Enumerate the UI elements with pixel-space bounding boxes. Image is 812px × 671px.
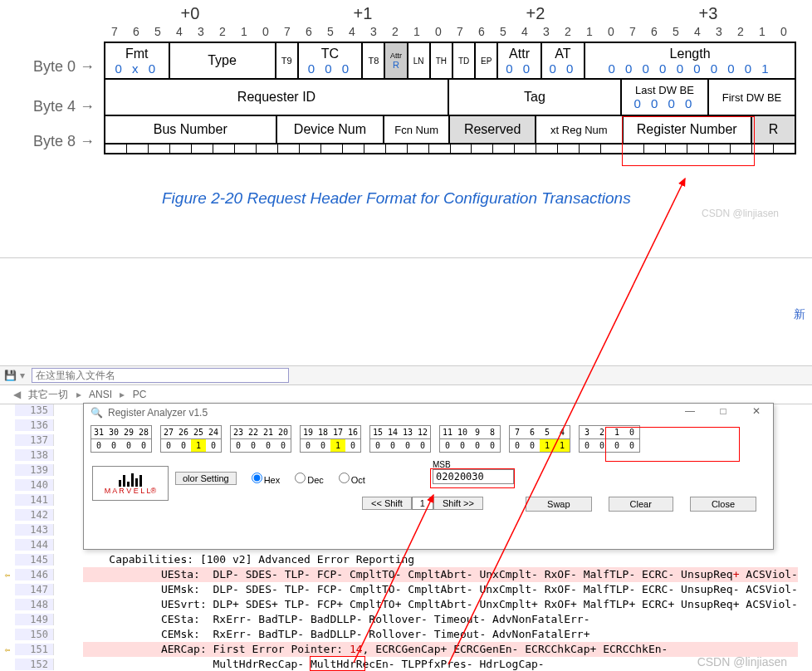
bit-15[interactable]: 150 [370, 426, 385, 452]
shift-right-button[interactable]: Shift >> [433, 497, 483, 510]
dropdown-icon[interactable]: ▾ [20, 370, 25, 381]
code-line: MultHdrRecCap- MultHdrRecEn- TLPPfxPres-… [83, 657, 798, 671]
bit-22[interactable]: 220 [246, 426, 261, 452]
color-setting-button[interactable]: olor Setting [175, 472, 237, 485]
bit-30[interactable]: 300 [106, 426, 121, 452]
figure-caption: Figure 2-20 Request Header Format for Co… [162, 189, 631, 208]
bit-group: 1101009080 [439, 425, 501, 453]
attr-r-label: Attr [390, 51, 402, 60]
radix-controls: olor Setting Hex Dec Oct [175, 472, 365, 485]
bit-header: 4 [687, 25, 708, 38]
byte0-label: Byte 0 → [33, 58, 95, 76]
tab-left-arrow[interactable]: ◀ [13, 389, 21, 400]
offset-1: +1 [276, 4, 449, 23]
bit-header: 2 [557, 25, 579, 38]
bit-header: 0 [600, 25, 622, 38]
bit-header: 5 [492, 25, 514, 38]
bit-18[interactable]: 180 [316, 426, 330, 452]
bit-29[interactable]: 290 [121, 426, 136, 452]
tab-pc[interactable]: PC [133, 389, 147, 400]
line-number: 140 [15, 479, 54, 491]
bit-14[interactable]: 140 [385, 426, 400, 452]
bit-header: 4 [341, 25, 363, 38]
offset-row: +0 +1 +2 +3 [104, 4, 795, 23]
bit-26[interactable]: 260 [176, 426, 191, 452]
bit-header: 7 [622, 25, 643, 38]
line-number: 139 [15, 464, 54, 476]
save-icon[interactable]: 💾 [4, 370, 17, 381]
bit-header: 6 [471, 25, 492, 38]
bit-12[interactable]: 120 [415, 426, 430, 452]
bit-28[interactable]: 280 [136, 426, 151, 452]
bit-6[interactable]: 60 [525, 426, 540, 452]
encoding-tabs: ◀ 其它一切 ▸ ANSI ▸ PC [0, 386, 812, 404]
line-number: 146 [15, 569, 54, 580]
line-number: 143 [15, 524, 54, 536]
shift-amount-input[interactable] [412, 497, 433, 510]
tab-ansi[interactable]: ANSI [89, 389, 112, 400]
firstdw-label: First DW BE [722, 91, 782, 104]
blue-cjk-char: 新 [794, 307, 805, 322]
oct-radio[interactable] [339, 473, 350, 483]
bit-3[interactable]: 30 [580, 426, 594, 452]
bit-23[interactable]: 230 [231, 426, 246, 452]
requester-id-label: Requester ID [237, 90, 316, 105]
line-number: 152 [15, 659, 54, 670]
bit-16[interactable]: 160 [345, 426, 360, 452]
attr-label: Attr [509, 47, 530, 61]
lastdw-vals: 0 0 0 0 [634, 96, 696, 110]
offset-2: +2 [449, 4, 622, 23]
tab-other[interactable]: 其它一切 [28, 389, 68, 400]
bit-header: 7 [276, 25, 298, 38]
shift-left-button[interactable]: << Shift [362, 497, 412, 510]
bit-8[interactable]: 80 [485, 426, 500, 452]
bit-group: 270260251240 [160, 425, 222, 453]
lastdw-label: Last DW BE [635, 84, 694, 96]
bit-header: 0 [255, 25, 276, 38]
bit-header: 6 [125, 25, 147, 38]
oct-text: Oct [351, 475, 365, 485]
line-number: 138 [15, 449, 54, 461]
bit-21[interactable]: 210 [261, 426, 276, 452]
swap-button[interactable]: Swap [526, 497, 592, 512]
bit-header: 3 [536, 25, 557, 38]
attr-r-sub: R [393, 60, 399, 70]
bit-7[interactable]: 70 [510, 426, 525, 452]
dec-radio-label[interactable]: Dec [288, 473, 324, 485]
offset-0: +0 [104, 4, 276, 23]
clear-button[interactable]: Clear [609, 497, 673, 512]
action-buttons: Swap Clear Close [526, 497, 756, 512]
bit-group: 190180171160 [300, 425, 361, 453]
oct-radio-label[interactable]: Oct [332, 473, 365, 485]
bit-5[interactable]: 51 [540, 426, 555, 452]
bit-20[interactable]: 200 [276, 426, 291, 452]
length-vals: 0 0 0 0 0 0 0 0 0 1 [609, 61, 772, 76]
bit-17[interactable]: 171 [330, 426, 345, 452]
td-label: TD [458, 56, 469, 66]
bit-24[interactable]: 240 [206, 426, 221, 452]
bit-4[interactable]: 41 [555, 426, 570, 452]
bit-19[interactable]: 190 [301, 426, 316, 452]
bit-25[interactable]: 251 [191, 426, 206, 452]
dec-radio[interactable] [295, 473, 306, 483]
code-line: CEMsk: RxErr- BadTLP- BadDLLP- Rollover-… [83, 627, 798, 642]
filename-input[interactable] [32, 368, 289, 383]
maximize-button[interactable]: □ [711, 405, 736, 417]
minimize-button[interactable]: — [677, 405, 702, 417]
close-x-button[interactable]: ✕ [744, 405, 769, 417]
hex-radio-label[interactable]: Hex [245, 473, 281, 485]
red-highlight-msb [430, 468, 515, 488]
bit-31[interactable]: 310 [91, 426, 106, 452]
bit-11[interactable]: 110 [440, 426, 455, 452]
watermark-bottom: CSDN @linjiasen [697, 655, 787, 669]
bit-9[interactable]: 90 [470, 426, 485, 452]
close-button[interactable]: Close [690, 497, 756, 512]
red-highlight-register-number [622, 116, 755, 166]
bit-10[interactable]: 100 [455, 426, 470, 452]
bit-group: 230220210200 [230, 425, 291, 453]
reserved-label: Reserved [464, 122, 521, 137]
bit-27[interactable]: 270 [161, 426, 176, 452]
ext-reg-num-label: xt Reg Num [550, 124, 608, 136]
hex-radio[interactable] [252, 473, 262, 483]
bit-13[interactable]: 130 [400, 426, 415, 452]
